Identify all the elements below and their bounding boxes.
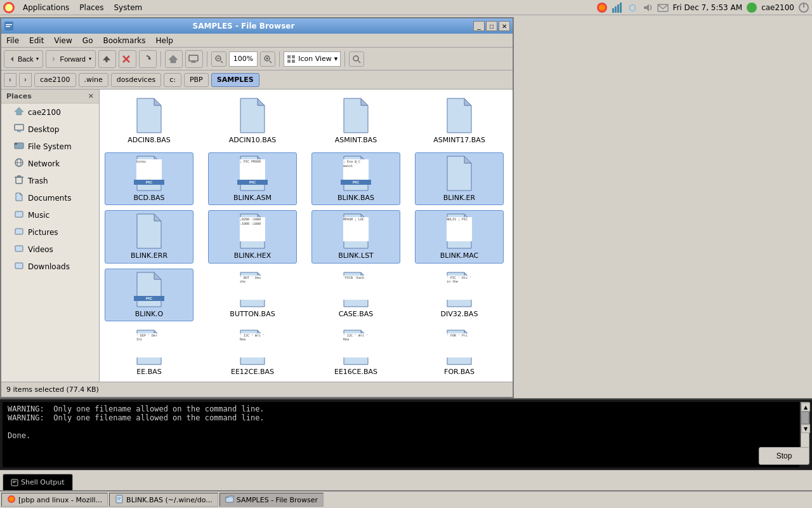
- fb-minimize-button[interactable]: _: [473, 21, 485, 31]
- sidebar-item-documents[interactable]: Documents: [1, 189, 99, 206]
- file-name: ADCIN8.BAS: [128, 136, 171, 144]
- menu-places[interactable]: Places: [74, 2, 108, 13]
- taskbar-filebrowser-label: SAMPLES - File Browser: [237, 496, 318, 504]
- file-item-blink-lst[interactable]: MPASM ; LOCBLINK.LST: [311, 210, 400, 263]
- sidebar-item-trash[interactable]: Trash: [1, 172, 99, 189]
- file-item-adcin8-bas[interactable]: ADCIN8.BAS: [105, 95, 193, 147]
- breadcrumb-dosdevices[interactable]: dosdevices: [111, 73, 161, 87]
- file-item-for-bas[interactable]: ' FOR ' PriFOR.BAS: [415, 326, 504, 379]
- scroll-down-button[interactable]: ▼: [801, 424, 810, 433]
- sidebar-videos-label: Videos: [28, 245, 53, 254]
- svg-rect-35: [287, 55, 291, 58]
- menu-system[interactable]: System: [108, 2, 147, 13]
- svg-rect-7: [620, 3, 622, 13]
- file-item-ee-bas[interactable]: ' EEP ' Der IniEE.BAS: [105, 326, 193, 379]
- file-item-blink-er[interactable]: BLINK.ER: [415, 152, 504, 205]
- scroll-thumb[interactable]: [801, 411, 809, 424]
- fb-menu-edit[interactable]: Edit: [24, 35, 49, 46]
- fb-menu-bookmarks[interactable]: Bookmarks: [98, 35, 150, 46]
- fb-menu-view[interactable]: View: [49, 35, 77, 46]
- fb-menu-help[interactable]: Help: [151, 35, 178, 46]
- music-icon: [14, 209, 24, 221]
- file-badge: PIC: [237, 180, 268, 185]
- sidebar-desktop-label: Desktop: [28, 125, 60, 134]
- sidebar-item-filesystem[interactable]: File System: [1, 138, 99, 155]
- fb-menu-go[interactable]: Go: [77, 35, 98, 46]
- file-item-button-bas[interactable]: ' BUT ' Den shoBUTTON.BAS: [208, 269, 297, 321]
- sidebar-item-videos[interactable]: Videos: [1, 241, 99, 258]
- videos-icon: [14, 243, 24, 255]
- shell-stop-button[interactable]: Stop: [759, 447, 809, 465]
- svg-rect-57: [15, 263, 23, 269]
- fb-menu-file[interactable]: File: [1, 35, 24, 46]
- sidebar-network-label: Network: [28, 159, 60, 168]
- file-name: DIV32.BAS: [441, 310, 478, 318]
- home-button[interactable]: [165, 50, 183, 68]
- file-item-case-bas[interactable]: 'PICB 'EachCASE.BAS: [311, 269, 400, 321]
- file-item-div32-bas[interactable]: ' PIC ' Div ' in theDIV32.BAS: [415, 269, 504, 321]
- taskbar-browser[interactable]: [pbp and linux - Mozill...: [1, 493, 108, 507]
- view-select[interactable]: Icon View ▾: [284, 51, 341, 67]
- breadcrumb-pbp[interactable]: PBP: [184, 73, 209, 87]
- fb-statusbar: 9 items selected (77.4 KB): [1, 382, 513, 397]
- volume-icon: [642, 2, 653, 13]
- network-icon: [612, 2, 623, 13]
- svg-point-3: [599, 4, 605, 11]
- file-item-blink-bas[interactable]: ; Exa @_C main1PICBLINK.BAS: [311, 152, 400, 205]
- file-item-ee12ce-bas[interactable]: ' I2C ' Wri ' ReaEE12CE.BAS: [208, 326, 297, 379]
- fb-breadcrumb: ‹ › cae2100 .wine dosdevices c: PBP SAMP…: [1, 70, 513, 90]
- file-item-ee16ce-bas[interactable]: ' I2C ' Wri ' ReaEE16CE.BAS: [311, 326, 400, 379]
- sidebar-item-music[interactable]: Music: [1, 206, 99, 224]
- toolbar-separator-4: [344, 51, 345, 67]
- file-item-blink-asm[interactable]: ; PIC PROGRPICBLINK.ASM: [208, 152, 297, 205]
- file-item-asmint-bas[interactable]: ASMINT.BAS: [311, 95, 400, 147]
- sidebar-item-pictures[interactable]: Pictures: [1, 224, 99, 241]
- fb-sidebar: Places ✕ cae2100 Desktop File System: [1, 90, 100, 382]
- breadcrumb-wine[interactable]: .wine: [79, 73, 108, 87]
- sidebar-item-desktop[interactable]: Desktop: [1, 121, 99, 138]
- reload-button[interactable]: [139, 50, 157, 68]
- file-icon: [237, 98, 268, 133]
- breadcrumb-samples[interactable]: SAMPLES: [211, 73, 259, 87]
- breadcrumb-cae2100[interactable]: cae2100: [34, 73, 76, 87]
- file-item-bcd-bas[interactable]: binouPICBCD.BAS: [105, 152, 193, 205]
- shutdown-icon[interactable]: [798, 2, 809, 13]
- file-item-adcin10-bas[interactable]: ADCIN10.BAS: [208, 95, 297, 147]
- sidebar-item-downloads[interactable]: Downloads: [1, 258, 99, 275]
- taskbar-editor[interactable]: BLINK.BAS (~/.wine/do...: [109, 493, 218, 507]
- sidebar-item-cae2100[interactable]: cae2100: [1, 104, 99, 121]
- search-button[interactable]: [349, 51, 364, 67]
- fb-close-button[interactable]: ✕: [499, 21, 510, 31]
- shell-output-tab[interactable]: Shell Output: [3, 474, 73, 490]
- file-item-blink-o[interactable]: PICBLINK.O: [105, 269, 193, 321]
- sidebar-item-network[interactable]: Network: [1, 155, 99, 172]
- forward-button[interactable]: Forward ▾: [46, 50, 95, 68]
- file-name: FOR.BAS: [444, 368, 475, 376]
- file-item-blink-err[interactable]: BLINK.ERR: [105, 210, 193, 263]
- zoom-in-button[interactable]: [260, 51, 275, 67]
- user-icon: [746, 2, 757, 13]
- breadcrumb-fwd-button[interactable]: ›: [19, 73, 32, 87]
- scroll-up-button[interactable]: ▲: [801, 403, 810, 411]
- sidebar-documents-label: Documents: [28, 194, 71, 203]
- file-icon: [341, 98, 371, 133]
- menu-applications[interactable]: Applications: [18, 2, 74, 13]
- breadcrumb-c[interactable]: c:: [164, 73, 181, 87]
- taskbar-filebrowser[interactable]: SAMPLES - File Browser: [219, 493, 324, 507]
- sidebar-close-button[interactable]: ✕: [88, 92, 94, 100]
- file-item-asmint17-bas[interactable]: ASMINT17.BAS: [415, 95, 504, 147]
- stop-button[interactable]: [119, 50, 136, 68]
- file-item-blink-mac[interactable]: NOLIS ; PICBLINK.MAC: [415, 210, 504, 263]
- zoom-out-button[interactable]: [211, 51, 226, 67]
- breadcrumb-back-button[interactable]: ‹: [4, 73, 16, 87]
- fb-maximize-button[interactable]: □: [486, 21, 497, 31]
- svg-rect-25: [189, 55, 198, 61]
- computer-button[interactable]: [185, 50, 203, 68]
- back-button[interactable]: Back ▾: [4, 50, 43, 68]
- svg-rect-15: [6, 24, 12, 25]
- up-button[interactable]: [98, 50, 116, 68]
- back-dropdown-icon: ▾: [36, 56, 39, 62]
- username: cae2100: [761, 3, 794, 12]
- file-item-blink-hex[interactable]: ;0200 :1000 :1000 :1000BLINK.HEX: [208, 210, 297, 263]
- file-icon: binouPIC: [134, 156, 164, 191]
